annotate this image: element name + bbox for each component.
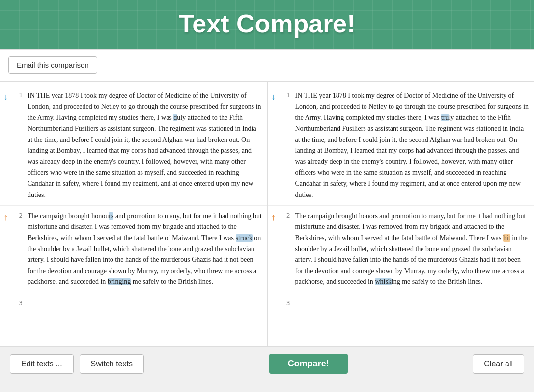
left-para-2: ↑ 2 The campaign brought honours and pro… xyxy=(0,206,267,293)
right-para-3: 3 xyxy=(268,293,534,311)
left-para-text-1: IN THE year 1878 I took my degree of Doc… xyxy=(26,88,267,202)
highlight-duly: d xyxy=(173,114,177,121)
left-arrow-3 xyxy=(0,296,12,308)
app-title: Text Compare! xyxy=(10,9,524,38)
right-linenum-1: 1 xyxy=(280,88,293,202)
footer: Edit texts ... Switch texts Compare! Cle… xyxy=(0,346,534,381)
down-arrow-icon: ↓ xyxy=(4,90,8,104)
compare-area: ↓ 1 IN THE year 1878 I took my degree of… xyxy=(0,81,534,346)
right-linenum-2: 2 xyxy=(280,209,293,290)
left-para-1: ↓ 1 IN THE year 1878 I took my degree of… xyxy=(0,85,267,206)
app-header: Text Compare! xyxy=(0,0,534,49)
left-para-text-2: The campaign brought honours and promoti… xyxy=(26,209,267,290)
compare-button[interactable]: Compare! xyxy=(269,354,348,374)
left-linenum-2: 2 xyxy=(12,209,26,290)
highlight-rs: rs xyxy=(109,212,113,220)
left-arrow-2: ↑ xyxy=(0,209,12,290)
right-arrow-1: ↓ xyxy=(268,88,280,202)
right-para-text-2: The campaign brought honors and promotio… xyxy=(293,209,534,290)
right-arrow-2: ↑ xyxy=(268,209,280,290)
highlight-bringing: bringing xyxy=(108,278,131,285)
right-para-text-3 xyxy=(293,296,534,308)
left-para-3: 3 xyxy=(0,293,267,311)
right-para-1: ↓ 1 IN THE year 1878 I took my degree of… xyxy=(268,85,534,206)
highlight-hit: hit xyxy=(503,234,510,242)
right-arrow-3 xyxy=(268,296,280,308)
highlight-struck: struck xyxy=(236,234,253,242)
left-linenum-3: 3 xyxy=(12,296,26,308)
edit-texts-button[interactable]: Edit texts ... xyxy=(10,354,74,374)
right-para-2: ↑ 2 The campaign brought honors and prom… xyxy=(268,206,534,293)
email-comparison-button[interactable]: Email this comparison xyxy=(8,56,97,74)
right-para-text-1: IN THE year 1878 I took my degree of Doc… xyxy=(293,88,534,202)
left-text-panel: ↓ 1 IN THE year 1878 I took my degree of… xyxy=(0,82,267,346)
clear-all-button[interactable]: Clear all xyxy=(473,354,524,374)
highlight-whisk: whisk xyxy=(375,278,391,285)
down-arrow-icon-r: ↓ xyxy=(271,90,276,104)
footer-left-buttons: Edit texts ... Switch texts xyxy=(10,354,144,374)
left-arrow-1: ↓ xyxy=(0,88,12,202)
up-arrow-icon: ↑ xyxy=(4,211,8,224)
email-bar: Email this comparison xyxy=(0,49,534,81)
footer-right-buttons: Clear all xyxy=(473,354,524,374)
highlight-truly: tru xyxy=(441,114,449,121)
left-para-text-3 xyxy=(26,296,267,308)
switch-texts-button[interactable]: Switch texts xyxy=(80,354,144,374)
right-text-panel: ↓ 1 IN THE year 1878 I took my degree of… xyxy=(268,82,534,346)
right-linenum-3: 3 xyxy=(280,296,293,308)
left-linenum-1: 1 xyxy=(12,88,26,202)
up-arrow-icon-r: ↑ xyxy=(271,211,276,224)
